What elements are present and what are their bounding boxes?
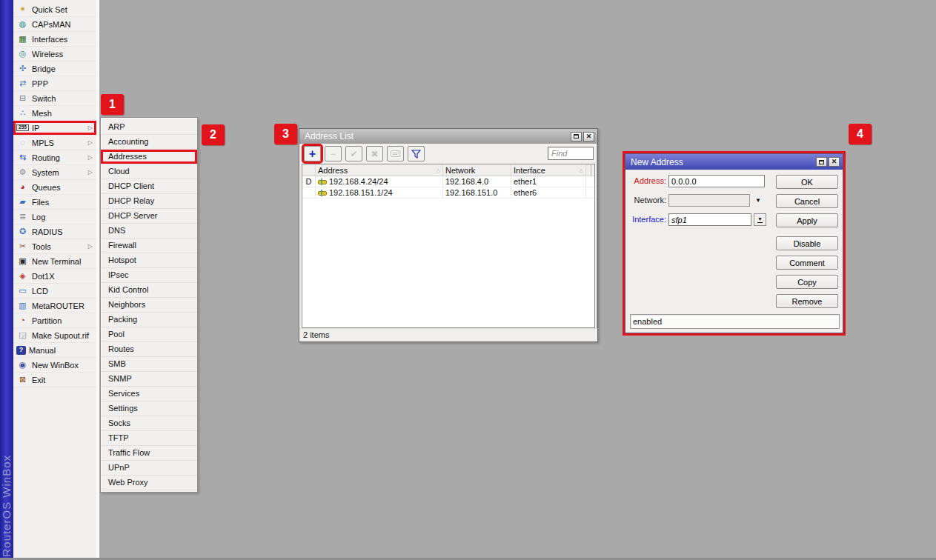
- comment-button[interactable]: [387, 146, 404, 161]
- sidebar-item-make-supout-rif[interactable]: ◲Make Supout.rif: [13, 328, 96, 343]
- submenu-item-addresses[interactable]: Addresses: [101, 150, 197, 164]
- submenu-item-arp[interactable]: ARP: [101, 120, 197, 135]
- column-header-network[interactable]: Network: [443, 164, 511, 176]
- cancel-button[interactable]: Cancel: [776, 194, 838, 208]
- sidebar-edge: [96, 0, 99, 560]
- sidebar-item-log[interactable]: ≣Log: [13, 210, 96, 224]
- sidebar-item-lcd[interactable]: ▭LCD: [13, 284, 96, 299]
- submenu-item-services[interactable]: Services: [101, 387, 197, 401]
- remove-button[interactable]: Remove: [776, 294, 838, 308]
- submenu-item-socks[interactable]: Socks: [101, 416, 197, 431]
- close-button[interactable]: ✕: [583, 132, 594, 141]
- submenu-item-packing[interactable]: Packing: [101, 313, 197, 327]
- column-select-button[interactable]: ▼: [591, 164, 595, 176]
- submenu-item-web-proxy[interactable]: Web Proxy: [101, 476, 197, 490]
- sidebar-menu: ✴Quick Set◍CAPsMAN▦Interfaces◎Wireless✣B…: [13, 0, 96, 560]
- find-input[interactable]: [548, 147, 594, 160]
- submenu-item-settings[interactable]: Settings: [101, 401, 197, 416]
- submenu-item-firewall[interactable]: Firewall: [101, 239, 197, 253]
- table-row[interactable]: D192.168.4.24/24192.168.4.0ether1: [302, 176, 594, 187]
- submenu-item-dhcp-server[interactable]: DHCP Server: [101, 209, 197, 224]
- submenu-item-smb[interactable]: SMB: [101, 357, 197, 372]
- address-icon: [318, 190, 326, 196]
- interface-field-label: Interface:: [625, 213, 666, 226]
- sidebar-item-files[interactable]: ▰Files: [13, 195, 96, 210]
- dropdown-default-bar: [757, 222, 763, 223]
- sidebar-item-tools[interactable]: ✂Tools▷: [13, 239, 96, 254]
- radius-icon: ✪: [16, 227, 29, 237]
- submenu-item-traffic-flow[interactable]: Traffic Flow: [101, 446, 197, 461]
- sidebar-item-new-winbox[interactable]: ◉New WinBox: [13, 358, 96, 373]
- network-dropdown-icon[interactable]: ▼: [755, 197, 761, 204]
- sidebar-item-partition[interactable]: ◔Partition: [13, 313, 96, 328]
- address-list-titlebar[interactable]: Address List ✕: [299, 129, 597, 144]
- network-field-input: [668, 194, 750, 207]
- sidebar-item-dot1x[interactable]: ◈Dot1X: [13, 269, 96, 284]
- sidebar-item-bridge[interactable]: ✣Bridge: [13, 61, 96, 76]
- address-field-input[interactable]: [668, 175, 765, 187]
- table-row[interactable]: 192.168.151.1/24192.168.151.0ether6: [302, 187, 594, 199]
- submenu-item-dns[interactable]: DNS: [101, 224, 197, 239]
- maximize-button[interactable]: [816, 157, 827, 167]
- submenu-item-upnp[interactable]: UPnP: [101, 461, 197, 476]
- metarouter-icon: ▥: [16, 301, 29, 311]
- sidebar-item-quick-set[interactable]: ✴Quick Set: [13, 2, 96, 17]
- sidebar-item-manual[interactable]: ?Manual: [13, 343, 96, 358]
- sidebar-item-mesh[interactable]: ∴Mesh: [13, 106, 96, 121]
- sidebar-item-ppp[interactable]: ⇄PPP: [13, 76, 96, 91]
- column-header-address[interactable]: Address△: [316, 164, 443, 176]
- add-button[interactable]: +: [304, 146, 321, 161]
- column-header-interface[interactable]: Interface△: [511, 164, 586, 176]
- new-address-titlebar[interactable]: New Address ✕: [625, 154, 843, 170]
- ppp-icon: ⇄: [16, 79, 29, 89]
- submenu-item-dhcp-client[interactable]: DHCP Client: [101, 179, 197, 194]
- disable-button[interactable]: ✖: [366, 146, 383, 161]
- sidebar-item-capsman[interactable]: ◍CAPsMAN: [13, 17, 96, 32]
- close-button[interactable]: ✕: [829, 157, 840, 167]
- maximize-button[interactable]: [571, 132, 582, 141]
- sidebar-item-exit[interactable]: ⊠Exit: [13, 373, 96, 387]
- submenu-item-neighbors[interactable]: Neighbors: [101, 298, 197, 313]
- sidebar-item-wireless[interactable]: ◎Wireless: [13, 47, 96, 61]
- submenu-item-snmp[interactable]: SNMP: [101, 372, 197, 387]
- disable-button[interactable]: Disable: [776, 236, 838, 250]
- sidebar-item-routing[interactable]: ⇆Routing▷: [13, 150, 96, 165]
- sidebar-item-interfaces[interactable]: ▦Interfaces: [13, 32, 96, 47]
- interface-dropdown-button[interactable]: ▼: [754, 213, 766, 226]
- sidebar-item-switch[interactable]: ⊟Switch: [13, 91, 96, 106]
- sidebar-item-radius[interactable]: ✪RADIUS: [13, 224, 96, 239]
- submenu-item-hotspot[interactable]: Hotspot: [101, 253, 197, 268]
- system-icon: ⚙: [16, 167, 29, 178]
- chevron-down-icon: ▼: [757, 217, 763, 221]
- sidebar-item-new-terminal[interactable]: ▣New Terminal: [13, 254, 96, 269]
- submenu-item-accounting[interactable]: Accounting: [101, 135, 197, 150]
- copy-button[interactable]: Copy: [776, 275, 838, 289]
- sidebar-item-ip[interactable]: 255IP▷: [13, 121, 96, 136]
- submenu-arrow-icon: ▷: [88, 243, 93, 250]
- ok-button[interactable]: OK: [776, 175, 838, 189]
- network-field-label: Network:: [625, 194, 666, 207]
- submenu-item-ipsec[interactable]: IPsec: [101, 268, 197, 283]
- mpls-icon: ◌: [16, 138, 29, 148]
- submenu-item-cloud[interactable]: Cloud: [101, 164, 197, 179]
- submenu-item-dhcp-relay[interactable]: DHCP Relay: [101, 194, 197, 209]
- sidebar-item-mpls[interactable]: ◌MPLS▷: [13, 136, 96, 150]
- column-header-flags[interactable]: [302, 164, 316, 176]
- enable-button[interactable]: ✔: [345, 146, 362, 161]
- row-filler: [586, 187, 594, 198]
- sidebar-item-queues[interactable]: ◕Queues: [13, 180, 96, 195]
- submenu-item-pool[interactable]: Pool: [101, 327, 197, 342]
- remove-button[interactable]: −: [325, 146, 342, 161]
- comment-button[interactable]: Comment: [776, 256, 838, 270]
- routing-icon: ⇆: [16, 153, 29, 163]
- sidebar-item-metarouter[interactable]: ▥MetaROUTER: [13, 299, 96, 313]
- apply-button[interactable]: Apply: [776, 213, 838, 227]
- interface-field-input[interactable]: [668, 213, 751, 226]
- sidebar-item-system[interactable]: ⚙System▷: [13, 165, 96, 180]
- submenu-item-tftp[interactable]: TFTP: [101, 431, 197, 446]
- sidebar-item-label: New WinBox: [32, 361, 93, 370]
- submenu-item-routes[interactable]: Routes: [101, 342, 197, 357]
- annotation-step-2: 2: [202, 124, 225, 145]
- filter-button[interactable]: [408, 146, 425, 161]
- submenu-item-kid-control[interactable]: Kid Control: [101, 283, 197, 298]
